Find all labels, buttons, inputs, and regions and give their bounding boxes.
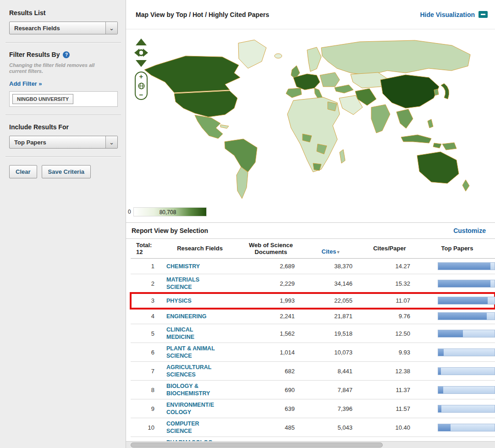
rank-cell: 1 xyxy=(131,263,159,270)
table-header-row: Total: 12 Research Fields Web of Science… xyxy=(131,239,495,259)
wos-documents-cell: 682 xyxy=(241,368,301,375)
top-papers-bar-fill xyxy=(438,330,463,337)
cites-cell: 34,146 xyxy=(301,280,360,287)
top-papers-bar xyxy=(438,348,495,356)
cites-cell: 5,043 xyxy=(301,424,360,431)
top-papers-bar xyxy=(438,280,495,288)
rank-cell: 3 xyxy=(131,297,159,304)
research-field-link[interactable]: CHEMISTRY xyxy=(166,263,200,270)
map-pan-control[interactable] xyxy=(133,38,149,68)
research-field-link[interactable]: MATERIALS SCIENCE xyxy=(166,277,199,290)
research-field-link[interactable]: ENGINEERING xyxy=(166,313,207,320)
top-papers-cell xyxy=(419,367,495,375)
save-criteria-button[interactable]: Save Criteria xyxy=(42,165,91,178)
column-header-wos-documents[interactable]: Web of Science Documents xyxy=(241,242,301,255)
include-results-selected-value: Top Papers xyxy=(10,136,46,148)
column-header-research-fields[interactable]: Research Fields xyxy=(159,245,241,252)
research-field-link[interactable]: PLANT & ANIMAL SCIENCE xyxy=(166,345,215,359)
top-papers-bar-fill xyxy=(438,424,451,431)
top-papers-cell xyxy=(419,262,495,270)
cites-cell: 21,871 xyxy=(301,313,360,320)
map-view-header: Map View by Top / Hot / Highly Cited Pap… xyxy=(126,0,495,29)
report-view-header: Report View by Selection Customize xyxy=(126,222,495,239)
help-icon[interactable]: ? xyxy=(63,51,70,58)
filter-results-by-heading: Filter Results By xyxy=(9,51,60,58)
top-papers-cell xyxy=(419,312,495,320)
top-papers-cell xyxy=(419,330,495,337)
top-papers-cell xyxy=(419,348,495,356)
top-papers-cell xyxy=(419,424,495,431)
wos-documents-cell: 1,562 xyxy=(241,330,301,337)
rank-cell: 6 xyxy=(131,349,159,356)
top-papers-bar-fill xyxy=(438,349,444,356)
include-results-select[interactable]: Top Papers ⌄ xyxy=(9,136,118,149)
world-map[interactable] xyxy=(131,29,495,204)
results-list-heading: Results List xyxy=(9,9,117,17)
cites-per-paper-cell: 11.07 xyxy=(360,297,419,304)
wos-documents-cell: 485 xyxy=(241,424,301,431)
rank-cell: 8 xyxy=(131,387,159,393)
top-papers-bar xyxy=(438,405,495,413)
rank-cell: 10 xyxy=(131,424,159,431)
top-papers-bar xyxy=(438,330,495,337)
cites-cell: 22,055 xyxy=(301,297,360,304)
chevron-down-icon[interactable]: ⌄ xyxy=(105,22,117,34)
cites-per-paper-cell: 9.93 xyxy=(360,349,419,356)
sidebar-divider xyxy=(6,115,121,116)
top-papers-bar xyxy=(438,312,495,320)
column-header-cites[interactable]: Cites▾ xyxy=(301,241,360,255)
research-field-cell: COMPUTER SCIENCE xyxy=(159,420,241,435)
filter-note-text: Changing the filter field removes all cu… xyxy=(9,62,105,74)
sidebar-divider xyxy=(6,42,121,43)
top-papers-cell xyxy=(419,386,495,394)
top-papers-bar-fill xyxy=(438,280,490,287)
research-field-link[interactable]: CLINICAL MEDICINE xyxy=(166,326,194,340)
wos-documents-cell: 1,993 xyxy=(241,297,301,304)
table-row: 10 COMPUTER SCIENCE 485 5,043 10.40 xyxy=(131,418,495,437)
top-papers-bar-fill xyxy=(438,405,441,412)
research-field-link[interactable]: AGRICULTURAL SCIENCES xyxy=(166,364,211,378)
clear-button[interactable]: Clear xyxy=(9,165,37,178)
top-papers-cell xyxy=(419,297,495,304)
cites-per-paper-cell: 9.76 xyxy=(360,313,419,320)
research-field-link[interactable]: BIOLOGY & BIOCHEMISTRY xyxy=(166,383,210,397)
table-row: 5 CLINICAL MEDICINE 1,562 19,518 12.50 xyxy=(131,324,495,343)
cites-per-paper-cell: 14.27 xyxy=(360,263,419,270)
results-list-selected-value: Research Fields xyxy=(10,22,60,34)
main-content: Map View by Top / Hot / Highly Cited Pap… xyxy=(126,0,495,448)
chevron-down-icon[interactable]: ⌄ xyxy=(105,136,117,148)
top-papers-bar xyxy=(438,297,495,304)
legend-min-value: 0 xyxy=(128,209,131,215)
results-list-select[interactable]: Research Fields ⌄ xyxy=(9,22,118,34)
column-header-cites-per-paper[interactable]: Cites/Paper xyxy=(360,245,419,252)
collapse-minus-icon[interactable] xyxy=(478,11,488,18)
map-zoom-control: + − xyxy=(135,72,148,100)
cites-cell: 10,073 xyxy=(301,349,360,356)
rank-cell: 7 xyxy=(131,368,159,375)
column-header-top-papers[interactable]: Top Papers xyxy=(419,245,495,252)
filter-chip-ningbo-university[interactable]: NINGBO UNIVERSITY xyxy=(12,94,73,104)
zoom-out-button[interactable]: − xyxy=(139,92,143,98)
research-field-link[interactable]: ENVIRONMENT/E COLOGY xyxy=(166,402,214,415)
horizontal-scrollbar[interactable] xyxy=(126,441,495,448)
sidebar-divider xyxy=(6,156,121,157)
top-papers-bar-fill xyxy=(438,263,490,270)
customize-link[interactable]: Customize xyxy=(453,227,486,234)
hide-visualization-link[interactable]: Hide Visualization xyxy=(420,11,488,18)
zoom-in-button[interactable]: + xyxy=(139,73,143,80)
page: Results List Research Fields ⌄ Filter Re… xyxy=(0,0,495,448)
scrollbar-thumb[interactable] xyxy=(131,442,383,448)
sort-descending-icon: ▾ xyxy=(337,249,339,254)
research-field-cell: PLANT & ANIMAL SCIENCE xyxy=(159,345,241,360)
table-row: 4 ENGINEERING 2,241 21,871 9.76 xyxy=(131,309,495,324)
top-papers-bar xyxy=(438,367,495,375)
map-visualization-area: + − 0 80,708 xyxy=(126,29,495,222)
cites-per-paper-cell: 15.32 xyxy=(360,280,419,287)
research-field-cell: AGRICULTURAL SCIENCES xyxy=(159,364,241,378)
research-field-link[interactable]: PHYSICS xyxy=(166,298,192,304)
table-row: 8 BIOLOGY & BIOCHEMISTRY 690 7,847 11.37 xyxy=(131,381,495,399)
table-row: 1 CHEMISTRY 2,689 38,370 14.27 xyxy=(131,259,495,274)
research-field-link[interactable]: COMPUTER SCIENCE xyxy=(166,420,199,434)
globe-icon[interactable] xyxy=(138,83,145,89)
add-filter-link[interactable]: Add Filter » xyxy=(9,80,42,87)
